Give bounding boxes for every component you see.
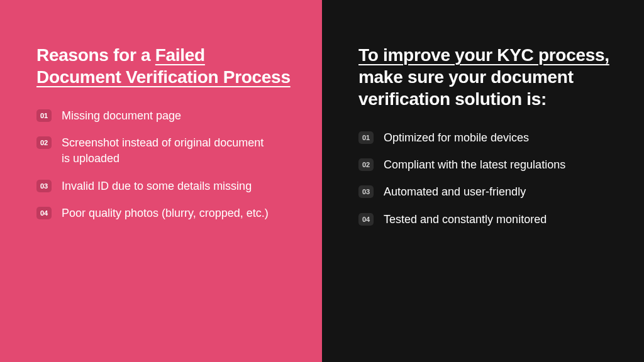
list-item: 03 Automated and user-friendly — [358, 184, 613, 200]
item-number-badge: 04 — [36, 207, 52, 219]
right-list: 01 Optimized for mobile devices 02 Compl… — [358, 130, 613, 228]
list-item: 04 Tested and constantly monitored — [358, 212, 613, 228]
left-list: 01 Missing document page 02 Screenshot i… — [36, 108, 291, 221]
item-text: Automated and user-friendly — [384, 184, 526, 200]
item-number-badge: 01 — [36, 109, 52, 122]
list-item: 01 Optimized for mobile devices — [358, 130, 613, 146]
right-title: To improve your KYC process, make sure y… — [358, 44, 613, 110]
left-title: Reasons for a Failed Document Verificati… — [36, 44, 291, 88]
list-item: 03 Invalid ID due to some details missin… — [36, 178, 291, 194]
right-title-underlined: To improve your KYC process, — [358, 45, 609, 65]
item-text: Tested and constantly monitored — [384, 212, 547, 228]
item-text: Compliant with the latest regulations — [384, 157, 565, 173]
item-number-badge: 03 — [358, 185, 374, 198]
right-panel: To improve your KYC process, make sure y… — [322, 0, 644, 362]
item-number-badge: 04 — [358, 213, 374, 226]
right-title-suffix: make sure your document verification sol… — [358, 67, 574, 109]
list-item: 04 Poor quality photos (blurry, cropped,… — [36, 206, 291, 221]
list-item: 02 Compliant with the latest regulations — [358, 157, 613, 173]
item-text: Missing document page — [62, 108, 181, 124]
list-item: 01 Missing document page — [36, 108, 291, 124]
item-text: Poor quality photos (blurry, cropped, et… — [62, 206, 269, 221]
left-title-prefix: Reasons for a — [36, 45, 155, 65]
item-number-badge: 02 — [36, 136, 52, 149]
left-panel: Reasons for a Failed Document Verificati… — [0, 0, 322, 362]
list-item: 02 Screenshot instead of original docume… — [36, 135, 291, 167]
item-number-badge: 02 — [358, 158, 374, 171]
item-text: Screenshot instead of original document … — [62, 135, 269, 167]
item-number-badge: 03 — [36, 180, 52, 192]
item-text: Invalid ID due to some details missing — [62, 178, 252, 194]
item-number-badge: 01 — [358, 131, 374, 144]
item-text: Optimized for mobile devices — [384, 130, 529, 146]
